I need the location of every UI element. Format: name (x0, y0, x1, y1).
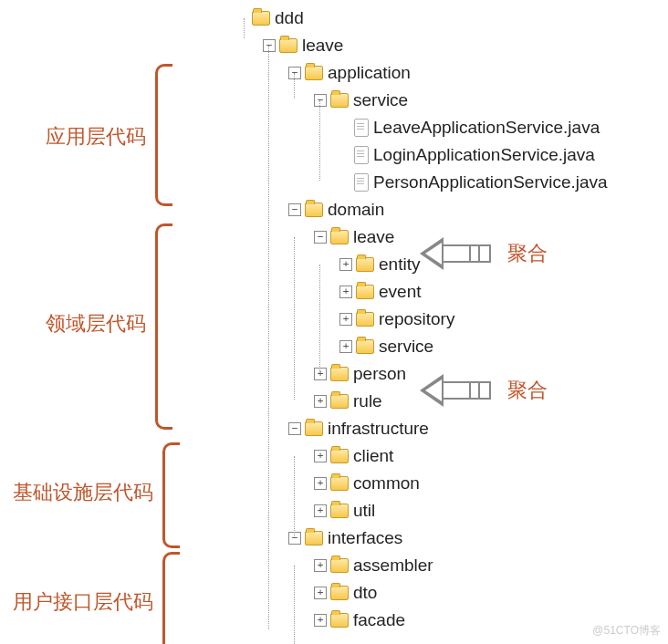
collapse-icon[interactable]: − (288, 67, 301, 79)
aggregate-label: 聚合 (507, 377, 548, 404)
folder-icon (330, 93, 349, 108)
expand-icon[interactable]: + (314, 504, 327, 517)
folder-icon (356, 312, 374, 327)
node-label: client (353, 446, 393, 466)
expand-icon[interactable]: + (314, 587, 327, 599)
expand-icon[interactable]: + (314, 477, 327, 490)
folder-icon (279, 38, 297, 53)
tree-node-infrastructure[interactable]: − infrastructure (288, 415, 608, 442)
arrow-left-icon (420, 237, 444, 270)
node-label: util (353, 501, 375, 521)
tree-node-root[interactable]: ddd (237, 5, 608, 32)
collapse-icon[interactable]: − (288, 422, 301, 435)
annotation-interface-layer: 用户接口层代码 (7, 588, 153, 616)
folder-icon (330, 558, 349, 573)
node-label: leave (302, 36, 343, 56)
folder-icon (356, 285, 374, 299)
package-tree: ddd − leave − application − service Leav… (237, 5, 608, 634)
tree-node-dto[interactable]: + dto (314, 579, 608, 607)
aggregate-arrow: 聚合 (420, 237, 548, 270)
folder-icon (330, 394, 349, 409)
folder-icon (330, 504, 349, 518)
node-label: PersonApplicationService.java (373, 172, 608, 192)
aggregate-arrow: 聚合 (420, 374, 548, 407)
folder-icon (305, 531, 323, 545)
expand-icon[interactable]: + (339, 258, 352, 271)
tree-node-common[interactable]: + common (314, 470, 608, 497)
expand-icon[interactable]: + (339, 340, 352, 353)
brace-icon (155, 64, 172, 206)
expand-icon[interactable]: + (339, 286, 352, 298)
folder-icon (305, 203, 323, 217)
node-label: event (379, 282, 421, 302)
folder-icon (305, 66, 323, 80)
node-label: service (379, 337, 433, 357)
expand-icon[interactable]: + (314, 450, 327, 462)
tree-node-interfaces[interactable]: − interfaces (288, 525, 608, 552)
node-label: dto (353, 583, 377, 603)
expand-icon[interactable]: + (314, 395, 327, 408)
folder-icon (330, 613, 349, 628)
node-label: common (353, 473, 420, 493)
tree-node-repository[interactable]: + repository (339, 306, 608, 333)
collapse-icon[interactable]: − (288, 532, 301, 545)
expand-icon[interactable]: + (314, 368, 327, 380)
toggle-icon (339, 150, 350, 161)
collapse-icon[interactable]: − (314, 231, 327, 244)
folder-icon (356, 257, 374, 272)
tree-node-service[interactable]: − service (314, 87, 608, 114)
file-icon (354, 146, 369, 164)
expand-icon[interactable]: + (314, 614, 327, 627)
node-label: facade (353, 610, 405, 630)
file-icon (354, 119, 369, 137)
tree-node-util[interactable]: + util (314, 497, 608, 525)
tree-node-event[interactable]: + event (339, 278, 608, 306)
aggregate-label: 聚合 (507, 240, 548, 267)
toggle-icon (339, 177, 350, 188)
folder-icon (330, 586, 349, 600)
node-label: rule (353, 391, 382, 411)
folder-icon (330, 367, 349, 381)
toggle-icon (339, 122, 350, 133)
node-label: assembler (353, 556, 433, 576)
folder-icon (330, 449, 349, 463)
tree-node-assembler[interactable]: + assembler (314, 552, 608, 579)
node-label: infrastructure (328, 419, 429, 439)
tree-node-file[interactable]: LoginApplicationService.java (339, 141, 608, 169)
folder-icon (330, 230, 349, 244)
tree-node-file[interactable]: PersonApplicationService.java (339, 169, 608, 196)
brace-icon (162, 442, 180, 548)
node-label: service (353, 90, 408, 110)
file-icon (354, 173, 369, 192)
node-label: entity (379, 254, 420, 275)
folder-icon (356, 339, 374, 354)
expand-icon[interactable]: + (339, 313, 352, 326)
collapse-icon[interactable]: − (314, 94, 327, 107)
node-label: application (328, 63, 411, 83)
tree-node-leave[interactable]: − leave (263, 32, 608, 59)
folder-icon (252, 11, 270, 26)
tree-node-facade[interactable]: + facade (314, 607, 608, 634)
tree-node-application[interactable]: − application (288, 59, 608, 87)
arrow-left-icon (420, 374, 444, 407)
annotation-application-layer: 应用层代码 (37, 123, 146, 151)
toggle-icon (237, 13, 248, 24)
tree-node-domain-service[interactable]: + service (339, 333, 608, 360)
node-label: ddd (275, 8, 304, 28)
watermark-text: @51CTO博客 (592, 623, 661, 639)
tree-node-file[interactable]: LeaveApplicationService.java (339, 114, 608, 141)
brace-icon (162, 552, 180, 644)
annotation-domain-layer: 领域层代码 (37, 310, 146, 338)
arrow-body-icon (444, 244, 491, 263)
node-label: repository (379, 309, 454, 329)
node-label: LeaveApplicationService.java (373, 118, 600, 138)
collapse-icon[interactable]: − (288, 203, 301, 216)
node-label: interfaces (328, 528, 402, 548)
arrow-body-icon (444, 381, 491, 400)
expand-icon[interactable]: + (314, 559, 327, 572)
brace-icon (155, 223, 172, 430)
folder-icon (330, 476, 349, 491)
collapse-icon[interactable]: − (263, 39, 276, 52)
tree-node-domain[interactable]: − domain (288, 196, 608, 223)
tree-node-client[interactable]: + client (314, 442, 608, 470)
